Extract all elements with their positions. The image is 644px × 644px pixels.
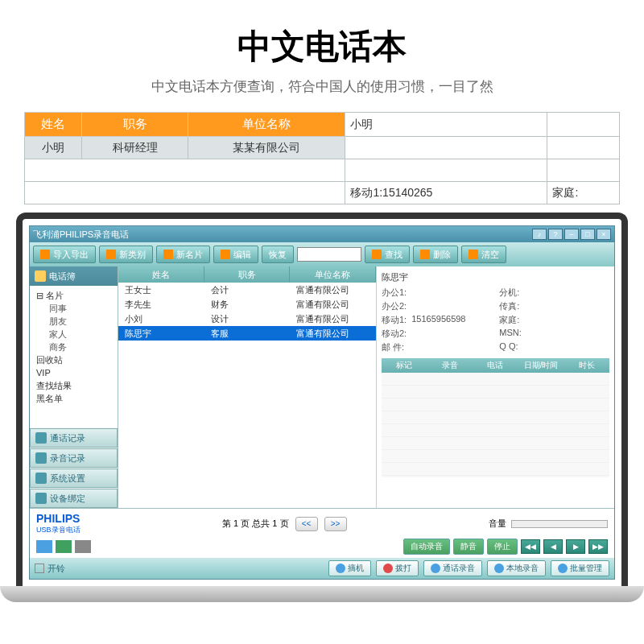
search-input[interactable] [297, 247, 361, 262]
pager-prev[interactable]: << [295, 517, 318, 531]
status-icon-3 [75, 540, 91, 553]
new-card-button[interactable]: 新名片 [156, 246, 210, 263]
list-col-name: 姓名 [118, 266, 204, 283]
row-name: 小明 [25, 137, 82, 159]
pickup-button[interactable]: 摘机 [328, 560, 371, 576]
rec-icon [431, 564, 440, 573]
clear-icon [469, 250, 478, 259]
list-item-selected[interactable]: 陈思宇客服富通有限公司 [118, 326, 376, 341]
tree-recycle[interactable]: 回收站 [33, 353, 114, 366]
home-label2: 家庭: [499, 314, 522, 326]
forward-button[interactable]: ▶ [566, 539, 585, 554]
pager-text: 第 1 页 总共 1 页 [222, 518, 289, 530]
edit-icon [221, 250, 230, 259]
batch-button[interactable]: 批量管理 [551, 560, 609, 576]
hero-title: 中文电话本 [0, 0, 644, 77]
titlebar: 飞利浦PHILIPS录音电话 ♪ ? – □ × [30, 226, 614, 242]
hero-subtitle: 中文电话本方便查询，符合中国人的使用习惯，一目了然 [0, 77, 644, 112]
find-button[interactable]: 查找 [365, 246, 410, 263]
office1-label: 办公1: [382, 287, 407, 299]
msn-label: MSN: [499, 328, 522, 340]
local-rec-icon [494, 564, 504, 573]
col-job: 职务 [82, 113, 188, 137]
tree-card[interactable]: ⊟ 名片 [33, 289, 114, 302]
col-name: 姓名 [25, 113, 82, 137]
phone-icon [336, 564, 345, 573]
call-history-grid [382, 373, 609, 477]
maximize-button[interactable]: □ [580, 229, 595, 240]
tree-friend[interactable]: 朋友 [33, 315, 114, 328]
delete-icon [420, 250, 430, 259]
mobile1-value: 15165956598 [411, 314, 494, 326]
footer-bar: 开铃 摘机 拨打 通话录音 本地录音 批量管理 [30, 558, 614, 579]
call-log-icon [35, 432, 47, 444]
batch-icon [558, 564, 568, 573]
tree-business[interactable]: 商务 [33, 341, 114, 353]
volume-slider[interactable] [511, 520, 608, 528]
import-export-button[interactable]: 导入导出 [33, 246, 96, 263]
category-icon [106, 250, 116, 259]
tree-search-result[interactable]: 查找结果 [33, 379, 114, 392]
mobile-label: 移动1:15140265 [345, 182, 547, 204]
list-body: 王女士会计富通有限公司 李先生财务富通有限公司 小刘设计富通有限公司 陈思宇客服… [118, 283, 376, 508]
phonebook-header[interactable]: 电话簿 [30, 266, 118, 286]
office2-label: 办公2: [382, 300, 407, 312]
nav-rec-log[interactable]: 录音记录 [30, 448, 118, 468]
tree-vip[interactable]: VIP [33, 366, 114, 379]
auto-rec-button[interactable]: 自动录音 [403, 539, 450, 555]
prev-track-button[interactable]: ◀◀ [521, 539, 540, 554]
toolbar: 导入导出 新类别 新名片 编辑 恢复 查找 删除 清空 [30, 242, 614, 266]
brand-sub: USB录音电话 [36, 525, 80, 535]
next-track-button[interactable]: ▶▶ [588, 539, 608, 554]
dial-button[interactable]: 拨打 [376, 560, 419, 576]
dial-icon [383, 564, 393, 573]
detail-empty [547, 113, 620, 137]
call-history-header: 标记 录音 电话 日期/时间 时长 [382, 358, 609, 373]
stop-button[interactable]: 停止 [487, 539, 518, 555]
bell-label: 开铃 [47, 563, 65, 575]
phonebook-icon [35, 270, 46, 282]
local-rec-button[interactable]: 本地录音 [487, 560, 546, 576]
example-table: 姓名 职务 单位名称 小明 小明 科研经理 某某有限公司 移动1:1514026… [24, 112, 620, 204]
new-category-button[interactable]: 新类别 [99, 246, 153, 263]
list-item[interactable]: 王女士会计富通有限公司 [118, 283, 376, 297]
minimize-button[interactable]: – [564, 229, 579, 240]
device-icon [35, 493, 47, 504]
music-icon[interactable]: ♪ [532, 229, 547, 240]
tree-family[interactable]: 家人 [33, 328, 114, 341]
card-icon [163, 250, 173, 259]
restore-button[interactable]: 恢复 [262, 246, 294, 263]
category-tree: ⊟ 名片 同事 朋友 家人 商务 回收站 VIP 查找结果 黑名单 [30, 286, 118, 427]
detail-name: 陈思宇 [382, 271, 609, 283]
status-icon-1 [36, 540, 52, 553]
bell-checkbox[interactable] [35, 564, 44, 573]
email-label: 邮 件: [382, 341, 407, 353]
nav-call-log[interactable]: 通话记录 [30, 428, 118, 448]
list-col-job: 职务 [204, 266, 291, 283]
mute-button[interactable]: 静音 [453, 539, 484, 555]
contact-detail: 陈思宇 办公1: 分机: 办公2: 传真: 移动1: 15165956598 家… [376, 266, 614, 508]
sidebar: 电话簿 ⊟ 名片 同事 朋友 家人 商务 回收站 VIP 查找结果 黑名单 通话… [30, 266, 118, 508]
pager-next[interactable]: >> [324, 517, 347, 531]
laptop-frame: 飞利浦PHILIPS录音电话 ♪ ? – □ × 导入导出 新类别 新名片 编辑… [16, 213, 628, 602]
search-icon [372, 250, 382, 259]
delete-button[interactable]: 删除 [413, 246, 458, 263]
rewind-button[interactable]: ◀ [543, 539, 563, 554]
nav-settings[interactable]: 系统设置 [30, 469, 118, 488]
nav-device[interactable]: 设备绑定 [30, 489, 118, 508]
call-rec-button[interactable]: 通话录音 [423, 560, 482, 576]
home-label: 家庭: [547, 182, 620, 204]
mobile2-label: 移动2: [382, 328, 407, 340]
list-item[interactable]: 小刘设计富通有限公司 [118, 312, 376, 326]
status-icon-2 [56, 540, 72, 553]
row-job: 科研经理 [82, 137, 188, 159]
close-button[interactable]: × [597, 229, 611, 240]
qq-label: Q Q: [499, 341, 522, 353]
clear-button[interactable]: 清空 [461, 246, 506, 263]
list-item[interactable]: 李先生财务富通有限公司 [118, 297, 376, 312]
tree-blacklist[interactable]: 黑名单 [33, 392, 114, 405]
tree-colleague[interactable]: 同事 [33, 302, 114, 315]
rec-log-icon [35, 452, 47, 464]
help-icon[interactable]: ? [548, 229, 563, 240]
edit-button[interactable]: 编辑 [213, 246, 258, 263]
